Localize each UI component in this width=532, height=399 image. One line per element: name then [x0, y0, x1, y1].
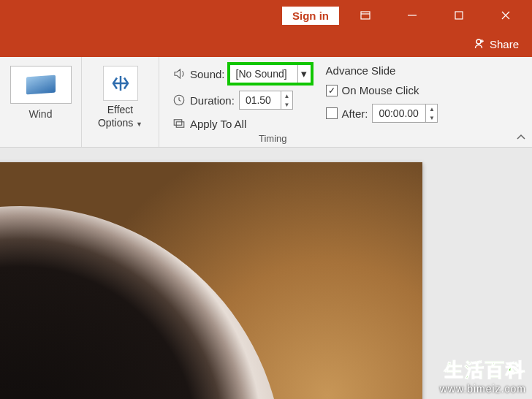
- title-bar: Sign in: [0, 0, 532, 31]
- svg-rect-7: [174, 120, 182, 126]
- apply-all-icon: [172, 117, 186, 130]
- after-label: After:: [342, 107, 368, 120]
- timing-group-label: Timing: [259, 133, 287, 144]
- sound-value: [No Sound]: [230, 68, 297, 80]
- watermark-title: 生活百科: [440, 357, 526, 383]
- on-mouse-click-row[interactable]: ✓ On Mouse Click: [326, 84, 438, 96]
- close-button[interactable]: [485, 0, 526, 31]
- ribbon-options-icon: [360, 10, 371, 21]
- minimize-icon: [406, 10, 418, 21]
- spinner-down-icon[interactable]: ▼: [281, 100, 292, 109]
- chevron-up-icon: [516, 132, 526, 142]
- spinner-down-icon[interactable]: ▼: [426, 113, 437, 122]
- current-slide[interactable]: [0, 162, 422, 399]
- effect-options-button[interactable]: EffectOptions ▼: [88, 61, 153, 134]
- transition-wind-thumb: [10, 66, 72, 104]
- share-button[interactable]: Share: [472, 37, 519, 50]
- ribbon-transitions: Wind EffectOptions ▼ Sound: [No Sound]: [0, 57, 532, 148]
- after-spinner[interactable]: 00:00.00 ▲▼: [372, 104, 438, 123]
- duration-row: Duration: 01.50 ▲▼: [172, 91, 311, 110]
- apply-to-all-button[interactable]: Apply To All: [172, 117, 311, 130]
- after-checkbox[interactable]: [326, 107, 338, 119]
- chevron-down-icon: ▾: [297, 65, 311, 83]
- svg-rect-8: [176, 122, 184, 128]
- sound-row: Sound: [No Sound] ▾: [172, 64, 311, 83]
- maximize-button[interactable]: [438, 0, 479, 31]
- duration-value: 01.50: [240, 94, 281, 106]
- duration-spinner[interactable]: 01.50 ▲▼: [239, 91, 293, 110]
- on-mouse-click-checkbox[interactable]: ✓: [326, 85, 338, 96]
- svg-rect-3: [455, 12, 463, 19]
- share-icon: [472, 37, 485, 50]
- transitions-gallery-group: Wind: [0, 57, 82, 147]
- effect-options-group: EffectOptions ▼: [82, 57, 159, 147]
- minimize-button[interactable]: [392, 0, 433, 31]
- transition-wind-label: Wind: [29, 108, 53, 120]
- on-mouse-click-label: On Mouse Click: [342, 84, 419, 96]
- collapse-ribbon-button[interactable]: [516, 132, 526, 144]
- spinner-up-icon[interactable]: ▲: [426, 104, 437, 113]
- svg-rect-0: [361, 12, 370, 19]
- after-value: 00:00.00: [373, 107, 425, 119]
- duration-label: Duration:: [190, 94, 235, 107]
- effect-options-label: EffectOptions ▼: [98, 104, 142, 129]
- transition-wind[interactable]: Wind: [10, 61, 72, 120]
- apply-to-all-label: Apply To All: [190, 118, 246, 130]
- effect-options-icon: [103, 66, 138, 101]
- spinner-up-icon[interactable]: ▲: [281, 91, 292, 100]
- watermark-url: www.bimeiz.com: [440, 383, 526, 395]
- timing-group: Sound: [No Sound] ▾ Duration: 01.50 ▲▼: [159, 57, 532, 147]
- share-bar: Share: [0, 31, 532, 57]
- clock-icon: [172, 94, 186, 107]
- after-row: After: 00:00.00 ▲▼: [326, 104, 438, 123]
- share-label: Share: [490, 38, 519, 50]
- sound-label: Sound:: [190, 68, 225, 80]
- maximize-icon: [453, 10, 465, 21]
- sound-dropdown[interactable]: [No Sound] ▾: [229, 64, 311, 83]
- close-icon: [500, 10, 512, 21]
- sign-in-button[interactable]: Sign in: [282, 7, 339, 25]
- advance-slide-title: Advance Slide: [326, 64, 438, 77]
- ribbon-display-options-button[interactable]: [345, 0, 386, 31]
- speaker-icon: [172, 67, 186, 80]
- watermark: 生活百科 www.bimeiz.com: [440, 357, 526, 395]
